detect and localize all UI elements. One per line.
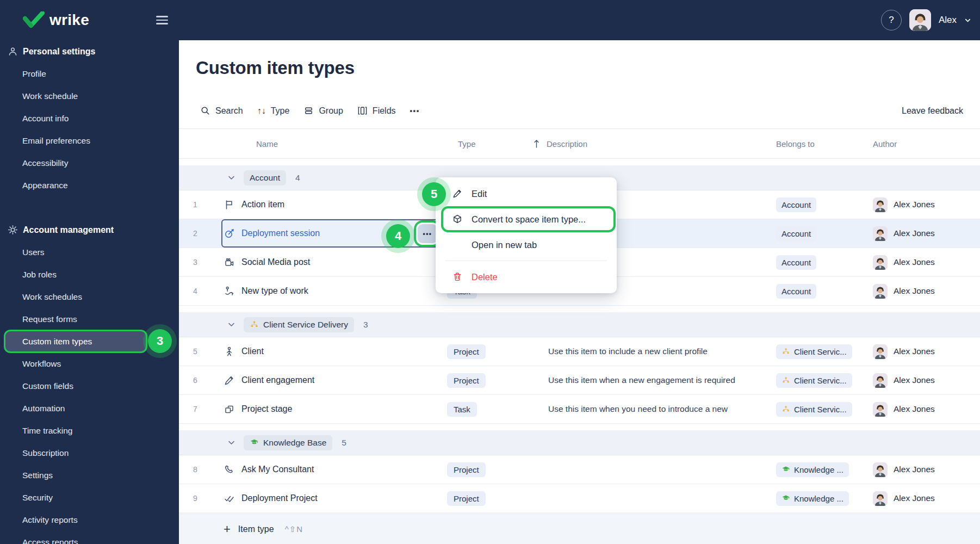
author-avatar [873,344,888,359]
sidebar-item-activity-reports[interactable]: Activity reports [0,509,179,531]
column-header-author[interactable]: Author [873,139,980,149]
belongs-to-badge: Account [776,197,816,212]
avatar[interactable] [909,9,931,31]
belongs-to-badge: Knowledge ... [776,462,849,477]
table-row-project-stage[interactable]: 7 Project stage Task Use this item when … [179,395,980,424]
chevron-down-icon[interactable] [227,320,236,329]
add-item-type-button[interactable]: + Item type ^⇧N [179,514,980,544]
sidebar: Personal settings Profile Work schedule … [0,40,179,544]
sidebar-section-personal-settings: Personal settings [0,40,179,63]
column-header-type[interactable]: Type [447,139,533,149]
sidebar-item-work-schedule[interactable]: Work schedule [0,85,179,107]
table-row-deployment-project[interactable]: 9 Deployment Project Project Knowledge .… [179,484,980,513]
author-name: Alex Jones [894,375,935,385]
table-row-client[interactable]: 5 Client Project Use this item to includ… [179,337,980,366]
plus-icon: + [224,522,231,536]
sidebar-item-job-roles[interactable]: Job roles [0,263,179,286]
sidebar-item-custom-item-types[interactable]: Custom item types 3 [0,330,179,353]
type-sort-button[interactable]: ↑↓ Type [257,106,290,116]
fields-icon [357,106,368,116]
author-name: Alex Jones [894,257,935,267]
sidebar-item-accessibility[interactable]: Accessibility [0,152,179,174]
menu-divider [445,261,607,261]
sort-ascending-icon [533,139,540,149]
menu-item-delete[interactable]: Delete [436,265,617,288]
org-chart-icon [781,405,790,413]
group-icon [303,106,314,116]
belongs-to-badge: Client Servic... [776,402,852,417]
search-button[interactable]: Search [200,106,243,116]
author-avatar [873,255,888,270]
sidebar-item-workflows[interactable]: Workflows [0,353,179,375]
menu-item-open-in-new-tab[interactable]: Open in new tab [436,233,617,256]
wrike-logo: wrike [23,11,89,29]
sidebar-item-custom-fields[interactable]: Custom fields [0,375,179,397]
leave-feedback-link[interactable]: Leave feedback [902,106,963,116]
sidebar-item-access-reports[interactable]: Access reports [0,531,179,544]
fields-button[interactable]: Fields [357,106,396,116]
column-header-description[interactable]: Description [533,139,776,149]
table-row-ask-my-consultant[interactable]: 8 Ask My Consultant Project Knowledge ..… [179,455,980,484]
column-header-name[interactable]: Name [212,139,447,149]
page-title: Custom item types [196,58,355,78]
group-count: 3 [363,320,368,330]
sidebar-item-time-tracking[interactable]: Time tracking [0,419,179,442]
author-name: Alex Jones [894,465,935,474]
row-more-button[interactable]: ••• [418,224,437,243]
toolbar: Search ↑↓ Type Group Fields ••• Leave fe… [200,106,963,116]
annotation-step-5-badge: 5 [422,182,446,206]
column-header-belongs-to[interactable]: Belongs to [776,139,873,149]
sidebar-item-request-forms[interactable]: Request forms [0,308,179,330]
belongs-to-badge: Account [776,255,816,270]
author-avatar [873,402,888,417]
group-badge: Account [244,170,286,186]
gear-icon [8,225,18,235]
belongs-to-badge: Client Servic... [776,373,852,388]
type-badge: Project [447,491,486,506]
group-row-knowledge-base[interactable]: Knowledge Base 5 [179,430,980,455]
cube-icon [452,214,463,225]
route-icon [224,286,235,297]
group-row-client-service-delivery[interactable]: Client Service Delivery 3 [179,312,980,337]
group-badge: Knowledge Base [244,435,332,450]
topbar: wrike ? Alex [0,0,980,40]
pencil-icon [224,375,235,386]
group-button[interactable]: Group [303,106,343,116]
toolbar-more-button[interactable]: ••• [410,107,420,115]
menu-item-convert-to-space-item-type[interactable]: Convert to space item type... [443,208,613,230]
wrike-app: wrike ? Alex Personal settings Profile W… [0,0,980,544]
sidebar-item-profile[interactable]: Profile [0,63,179,85]
menu-item-edit[interactable]: Edit [436,182,617,205]
sidebar-item-email-preferences[interactable]: Email preferences [0,129,179,152]
graduation-cap-icon [781,465,790,474]
org-chart-icon [781,347,790,356]
sidebar-item-subscription[interactable]: Subscription [0,442,179,464]
author-name: Alex Jones [894,404,935,414]
type-badge: Task [447,402,477,417]
author-name: Alex Jones [894,286,935,296]
author-avatar [873,284,888,299]
author-avatar [873,373,888,388]
chevron-down-icon[interactable] [227,438,236,447]
stages-icon [224,404,235,415]
sidebar-item-settings[interactable]: Settings [0,464,179,486]
active-item-highlight[interactable]: Custom item types [5,331,146,351]
table-row-client-engagement[interactable]: 6 Client engagement Project Use this ite… [179,366,980,395]
chevron-down-icon[interactable] [964,17,971,24]
group-count: 5 [342,438,346,448]
pencil-icon [452,188,463,199]
sidebar-item-work-schedules[interactable]: Work schedules [0,286,179,308]
user-name[interactable]: Alex [939,15,957,26]
help-icon[interactable]: ? [881,10,902,30]
sidebar-item-automation[interactable]: Automation [0,397,179,419]
keyboard-shortcut: ^⇧N [285,524,303,534]
annotation-step-3-badge: 3 [148,329,172,353]
hamburger-menu-button[interactable] [156,14,168,26]
author-name: Alex Jones [894,493,935,503]
sidebar-item-security[interactable]: Security [0,486,179,509]
sidebar-item-users[interactable]: Users [0,241,179,263]
annotation-step-4-badge: 4 [386,224,410,248]
chevron-down-icon[interactable] [227,173,236,182]
sidebar-item-account-info[interactable]: Account info [0,107,179,129]
sidebar-item-appearance[interactable]: Appearance [0,174,179,196]
